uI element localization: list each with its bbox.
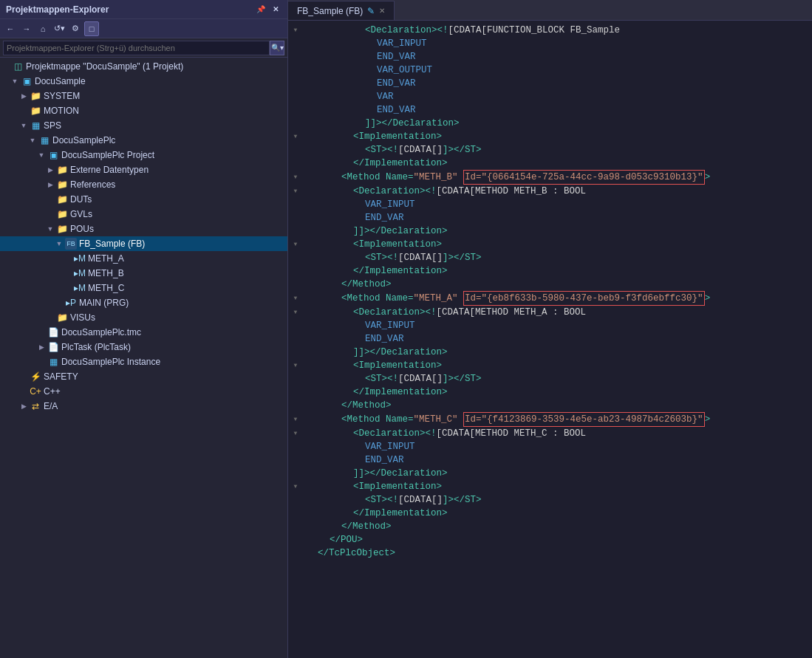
collapse-btn[interactable]: ▼ xyxy=(291,308,300,317)
toggle-fbsample[interactable]: ▼ xyxy=(53,238,65,250)
tree-item-solution[interactable]: ◫Projektmappe "DocuSample" (1 Projekt) xyxy=(0,59,287,74)
forward-btn[interactable]: → xyxy=(19,21,34,36)
tab-close-btn[interactable]: ✕ xyxy=(379,7,385,15)
tree-item-docusampleplcinstance[interactable]: ▦DocuSamplePlc Instance xyxy=(0,354,287,369)
tree-item-plctask[interactable]: ▶📄PlcTask (PlcTask) xyxy=(0,340,287,354)
toggle-docusampleplc[interactable]: ▼ xyxy=(27,134,38,146)
code-line: ]]></Declaration> xyxy=(288,117,812,130)
toggle-safety[interactable] xyxy=(18,371,30,383)
search-input[interactable] xyxy=(3,41,270,55)
toggle-docusampleplcproject[interactable]: ▼ xyxy=(35,149,47,161)
tree-item-system[interactable]: ▶📁SYSTEM xyxy=(0,89,287,103)
folder-icon: 📁 xyxy=(56,179,68,191)
code-segment: END_VAR xyxy=(377,50,416,64)
toggle-references[interactable]: ▶ xyxy=(44,179,56,191)
toggle-sps[interactable]: ▼ xyxy=(18,120,30,131)
toggle-ea[interactable]: ▶ xyxy=(18,400,30,412)
tree-label-fbsample: FB_Sample (FB) xyxy=(79,239,145,249)
folder-icon: 📁 xyxy=(56,223,68,235)
settings-btn[interactable]: ⚙ xyxy=(68,21,83,36)
toggle-metha[interactable] xyxy=(62,253,74,264)
toggle-docusampleplcinstance[interactable] xyxy=(35,356,47,368)
active-btn[interactable]: □ xyxy=(84,21,99,36)
toggle-methb[interactable] xyxy=(62,267,74,279)
editor-content[interactable]: ▼<Declaration><![CDATA[FUNCTION_BLOCK FB… xyxy=(288,21,812,658)
tree-item-pous[interactable]: ▼📁POUs xyxy=(0,222,287,236)
code-line: ▼<Method Name="METH_C" Id="{f4123869-353… xyxy=(288,412,812,427)
code-segment: VAR_INPUT xyxy=(365,198,415,211)
collapse-btn[interactable]: ▼ xyxy=(291,132,300,141)
tree-item-ea[interactable]: ▶⇄E/A xyxy=(0,399,287,414)
tree-item-docusampleplctmc[interactable]: 📄DocuSamplePlc.tmc xyxy=(0,325,287,340)
tree-item-docusampleplc[interactable]: ▼▦DocuSamplePlc xyxy=(0,133,287,148)
tree-item-fbsample[interactable]: ▼FBFB_Sample (FB) xyxy=(0,236,287,251)
active-tab[interactable]: FB_Sample (FB) ✎ ✕ xyxy=(288,1,395,20)
code-segment: [CDATA[METHOD METH_C : BOOL xyxy=(437,427,587,440)
tree-label-docusampleplctmc: DocuSamplePlc.tmc xyxy=(61,327,141,337)
collapse-btn[interactable]: ▼ xyxy=(291,361,300,370)
toggle-main[interactable] xyxy=(53,297,65,309)
code-segment: <Method Name= xyxy=(341,413,414,426)
toggle-docusampleplctmc[interactable] xyxy=(35,326,47,338)
toggle-docusample[interactable]: ▼ xyxy=(9,75,21,87)
tree-item-sps[interactable]: ▼▦SPS xyxy=(0,118,287,133)
tree-item-docusampleplcproject[interactable]: ▼▣DocuSamplePlc Project xyxy=(0,148,287,162)
tree-item-cpp[interactable]: C+C++ xyxy=(0,384,287,399)
toggle-solution[interactable] xyxy=(0,61,12,72)
close-panel-icon[interactable]: ✕ xyxy=(270,4,282,16)
tree-item-methc[interactable]: ▸MMETH_C xyxy=(0,281,287,295)
collapse-btn[interactable]: ▼ xyxy=(291,429,300,438)
collapse-btn[interactable]: ▼ xyxy=(291,187,300,196)
toggle-visus[interactable] xyxy=(44,312,56,323)
explorer-toolbar: ← → ⌂ ↺▾ ⚙ □ xyxy=(0,19,287,38)
collapse-btn[interactable]: ▼ xyxy=(291,240,300,249)
collapse-btn[interactable]: ▼ xyxy=(291,294,300,303)
tree-item-docusample[interactable]: ▼▣DocuSample xyxy=(0,74,287,89)
code-line: <ST><![CDATA[]]></ST> xyxy=(288,372,812,385)
tree-item-duts[interactable]: 📁DUTs xyxy=(0,192,287,207)
toggle-plctask[interactable]: ▶ xyxy=(35,341,47,353)
back-btn[interactable]: ← xyxy=(3,21,18,36)
tree-item-gvls[interactable]: 📁GVLs xyxy=(0,207,287,222)
collapse-btn[interactable]: ▼ xyxy=(291,482,300,491)
tree-label-docusampleplcproject: DocuSamplePlc Project xyxy=(61,150,154,160)
refresh-btn[interactable]: ↺▾ xyxy=(52,21,66,36)
toggle-gvls[interactable] xyxy=(44,208,56,220)
toggle-motion[interactable] xyxy=(18,105,30,117)
collapse-btn xyxy=(291,39,300,48)
code-line: END_VAR xyxy=(288,50,812,64)
code-segment: <Implementation> xyxy=(353,359,442,372)
tree-item-main[interactable]: ▸PMAIN (PRG) xyxy=(0,295,287,310)
code-line: ▼<Implementation> xyxy=(288,359,812,372)
collapse-btn[interactable]: ▼ xyxy=(291,173,300,182)
code-line: <ST><![CDATA[]]></ST> xyxy=(288,251,812,264)
tree-item-visus[interactable]: 📁VISUs xyxy=(0,310,287,325)
toggle-system[interactable]: ▶ xyxy=(18,90,30,102)
tree-item-references[interactable]: ▶📁References xyxy=(0,177,287,192)
code-segment: > xyxy=(705,171,711,184)
code-segment: Id="{f4123869-3539-4e5e-ab23-4987b4c2603… xyxy=(463,412,705,427)
folder-icon: 📁 xyxy=(56,164,68,176)
tree-item-externedt[interactable]: ▶📁Externe Datentypen xyxy=(0,162,287,177)
home-btn[interactable]: ⌂ xyxy=(35,21,50,36)
tree-label-methc: METH_C xyxy=(88,283,124,293)
tree-label-externedt: Externe Datentypen xyxy=(70,165,149,175)
collapse-btn[interactable]: ▼ xyxy=(291,415,300,424)
tree-item-motion[interactable]: 📁MOTION xyxy=(0,103,287,118)
toggle-methc[interactable] xyxy=(62,282,74,294)
code-segment: </Implementation> xyxy=(353,157,448,170)
code-segment: ]]></Declaration> xyxy=(353,225,448,238)
collapse-btn[interactable]: ▼ xyxy=(291,26,300,35)
search-icon-btn[interactable]: 🔍▾ xyxy=(270,41,284,55)
collapse-btn xyxy=(291,253,300,262)
toggle-externedt[interactable]: ▶ xyxy=(44,164,56,176)
code-segment: <ST><! xyxy=(365,251,398,264)
pin-icon[interactable]: 📌 xyxy=(255,4,267,16)
toggle-pous[interactable]: ▼ xyxy=(44,223,56,235)
code-line: ]]></Declaration> xyxy=(288,225,812,238)
toggle-duts[interactable] xyxy=(44,193,56,205)
toggle-cpp[interactable] xyxy=(18,385,30,397)
tree-item-methb[interactable]: ▸MMETH_B xyxy=(0,266,287,281)
tree-item-metha[interactable]: ▸MMETH_A xyxy=(0,251,287,266)
tree-item-safety[interactable]: ⚡SAFETY xyxy=(0,369,287,384)
